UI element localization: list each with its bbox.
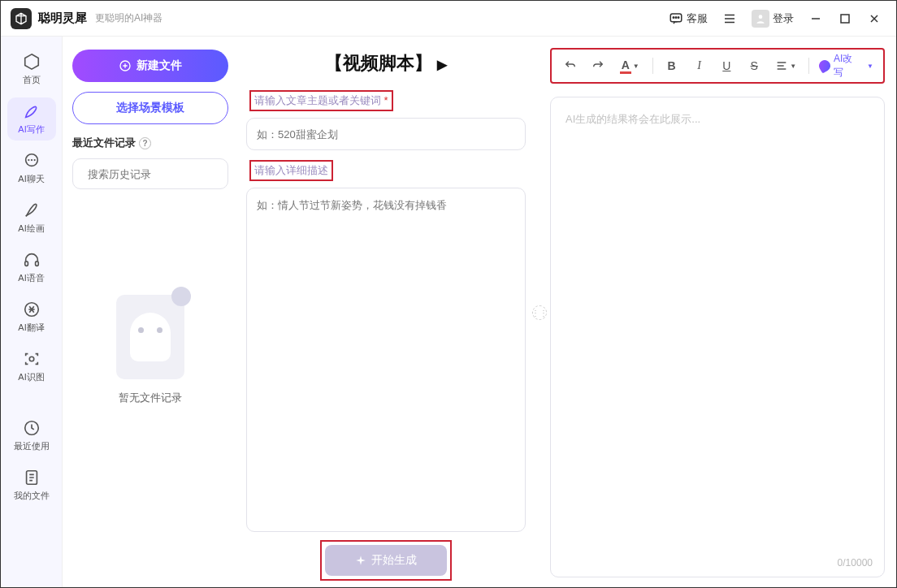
headphone-icon [23,251,41,269]
help-icon[interactable]: ? [139,137,151,149]
plus-circle-icon [119,59,132,72]
service-button[interactable]: 客服 [664,8,713,29]
undo-button[interactable] [558,54,583,77]
sidebar-item-chat[interactable]: AI聊天 [7,147,56,190]
result-textarea[interactable]: AI生成的结果将会在此展示... 0/10000 [550,97,885,577]
topic-input-box[interactable] [246,118,526,150]
sidebar-item-writing[interactable]: AI写作 [7,97,56,141]
svg-point-4 [759,15,763,19]
editor-toolbar: A▼ B I U S ▼ AI改写▼ [550,48,885,84]
svg-rect-5 [841,15,849,23]
document-title: 【视频脚本】▶ [246,51,526,76]
clock-icon [23,419,41,437]
svg-point-10 [29,357,34,361]
strike-button[interactable]: S [742,54,766,77]
sidebar-item-draw[interactable]: AI绘画 [7,197,56,240]
recent-files-label: 最近文件记录 ? [72,136,228,150]
bold-button[interactable]: B [660,54,684,77]
sidebar-item-recent[interactable]: 最近使用 [7,414,56,457]
scan-icon [23,350,41,368]
svg-point-2 [675,16,677,18]
file-icon [23,469,41,486]
message-icon [23,152,41,170]
detail-textarea-box[interactable] [246,188,526,532]
chat-icon [669,11,683,26]
sidebar: 首页 AI写作 AI聊天 AI绘画 AI语音 AI翻译 AI识图 最 [1,37,63,588]
search-history-input[interactable] [88,168,224,180]
empty-illustration-icon [116,295,184,379]
avatar-icon [752,10,769,28]
hamburger-icon [722,11,737,26]
svg-point-3 [678,16,679,18]
svg-rect-7 [24,262,28,266]
underline-button[interactable]: U [714,54,739,77]
detail-textarea[interactable] [257,198,515,521]
svg-point-1 [673,16,674,18]
close-button[interactable] [862,9,886,28]
sidebar-item-image[interactable]: AI识图 [7,345,56,388]
sidebar-item-files[interactable]: 我的文件 [7,464,56,507]
ai-icon [817,58,832,73]
files-panel: 新建文件 选择场景模板 最近文件记录 ? 暂无文件记录 [63,37,238,588]
minimize-button[interactable] [804,9,828,28]
editor-panel: 【视频脚本】▶ 请输入文章主题或者关键词 请输入详细描述 开始生成 [238,37,534,588]
empty-state: 暂无文件记录 [72,295,228,405]
align-icon [775,59,788,72]
result-panel: A▼ B I U S ▼ AI改写▼ AI生成的结果将会在此展示... 0/10… [545,37,896,588]
font-color-button[interactable]: A▼ [613,54,646,77]
generate-button[interactable]: 开始生成 [325,545,447,576]
new-file-button[interactable]: 新建文件 [72,50,228,82]
pen-icon [23,102,41,120]
redo-button[interactable] [586,54,610,77]
panel-divider[interactable]: ⋮⋮ [534,37,545,588]
home-icon [23,53,41,71]
redo-icon [592,59,604,72]
title-bar: 聪明灵犀 更聪明的AI神器 客服 登录 [1,1,896,37]
italic-button[interactable]: I [687,54,712,77]
menu-button[interactable] [717,8,742,29]
char-counter: 0/10000 [838,557,873,569]
search-history-box[interactable] [72,158,228,189]
maximize-button[interactable] [833,9,857,28]
drag-handle-icon[interactable]: ⋮⋮ [532,305,547,320]
brush-icon [23,201,41,219]
play-icon[interactable]: ▶ [437,58,447,71]
detail-label: 请输入详细描述 [249,160,333,181]
translate-icon [23,300,41,318]
app-name: 聪明灵犀 [38,11,87,26]
topic-input[interactable] [257,128,515,141]
sparkle-icon [355,555,366,566]
undo-icon [564,59,577,72]
sidebar-item-translate[interactable]: AI翻译 [7,296,56,339]
svg-rect-8 [35,262,38,266]
app-logo-icon [11,8,32,29]
login-button[interactable]: 登录 [747,6,799,31]
app-subtitle: 更聪明的AI神器 [95,11,162,25]
ai-rewrite-button[interactable]: AI改写▼ [816,52,877,80]
sidebar-item-voice[interactable]: AI语音 [7,246,56,289]
choose-template-button[interactable]: 选择场景模板 [72,92,228,124]
sidebar-item-home[interactable]: 首页 [7,48,56,91]
empty-text: 暂无文件记录 [119,391,182,405]
topic-label: 请输入文章主题或者关键词 [249,90,393,111]
align-button[interactable]: ▼ [769,54,802,77]
